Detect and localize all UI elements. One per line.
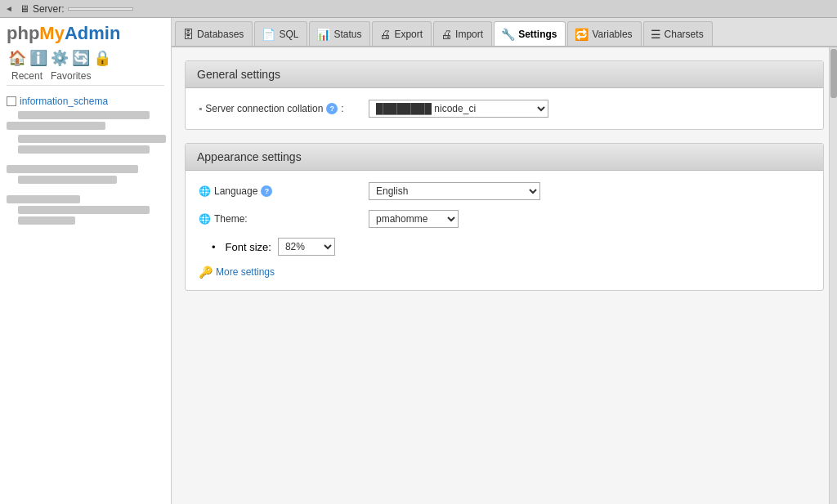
db-placeholder-8 <box>18 206 150 214</box>
appearance-settings-title: Appearance settings <box>186 144 823 171</box>
scrollbar-thumb[interactable] <box>830 49 837 98</box>
settings-tab-icon: 🔧 <box>501 28 515 41</box>
tab-export[interactable]: 🖨 Export <box>372 21 432 46</box>
collation-label-text: Server connection collation <box>205 103 323 114</box>
tab-settings[interactable]: 🔧 Settings <box>494 21 566 46</box>
db-icon <box>7 96 16 106</box>
theme-label-text: Theme: <box>214 213 248 225</box>
collation-row: ▪ Server connection collation ? : ██████… <box>199 100 810 118</box>
tab-charsets[interactable]: ☰ Charsets <box>643 21 713 46</box>
key-icon: 🔑 <box>199 265 213 279</box>
server-icon: 🖥 <box>20 3 29 15</box>
db-placeholder-9 <box>18 216 75 225</box>
db-name-information-schema[interactable]: information_schema <box>20 96 108 107</box>
import-tab-icon: 🖨 <box>441 28 452 41</box>
language-help-icon[interactable]: ? <box>261 185 272 197</box>
tab-sql[interactable]: 📄 SQL <box>254 21 307 46</box>
tab-databases[interactable]: 🗄 Databases <box>175 21 253 46</box>
export-tab-icon: 🖨 <box>379 28 391 41</box>
variables-tab-icon: 🔁 <box>575 28 589 41</box>
sidebar-db-list: information_schema <box>0 89 171 232</box>
server-label: 🖥 Server: <box>20 3 133 15</box>
collation-select[interactable]: ████████ nicode_ci <box>369 100 548 118</box>
info-icon[interactable]: ℹ️ <box>29 49 47 67</box>
general-settings-section: General settings ▪ Server connection col… <box>185 60 824 130</box>
recent-link[interactable]: Recent <box>11 70 43 82</box>
back-arrow[interactable]: ◄ <box>5 4 13 13</box>
theme-select[interactable]: pmahomme original <box>369 210 459 228</box>
logo: phpMyAdmin <box>7 23 164 44</box>
language-select[interactable]: English French German Spanish <box>369 182 540 200</box>
db-placeholder-4 <box>18 145 150 154</box>
exit-icon[interactable]: 🔒 <box>93 49 111 67</box>
favorites-link[interactable]: Favorites <box>51 70 91 82</box>
theme-row: 🌐 Theme: pmahomme original <box>199 210 810 228</box>
collation-icon: ▪ <box>199 103 202 114</box>
logo-icons: 🏠 ℹ️ ⚙️ 🔄 🔒 <box>7 49 164 67</box>
language-globe-icon: 🌐 <box>199 185 211 197</box>
db-placeholder-5 <box>7 165 138 173</box>
db-placeholder-2 <box>7 122 105 130</box>
logo-php: php <box>7 23 39 43</box>
main-layout: phpMyAdmin 🏠 ℹ️ ⚙️ 🔄 🔒 Recent Favorites … <box>0 18 837 504</box>
tab-status-label: Status <box>333 29 361 40</box>
collation-label: ▪ Server connection collation ? : <box>199 103 362 114</box>
db-placeholder-1 <box>18 111 150 119</box>
db-placeholder-3 <box>18 135 166 143</box>
fontsize-bullet: • <box>212 241 216 253</box>
gear-icon[interactable]: ⚙️ <box>51 49 69 67</box>
tab-variables[interactable]: 🔁 Variables <box>567 21 641 46</box>
tab-import[interactable]: 🖨 Import <box>433 21 492 46</box>
refresh-icon[interactable]: 🔄 <box>72 49 90 67</box>
fontsize-label-text: Font size: <box>226 241 271 253</box>
home-icon[interactable]: 🏠 <box>8 49 26 67</box>
collation-help-icon[interactable]: ? <box>326 103 338 114</box>
server-value <box>68 7 133 11</box>
tab-export-label: Export <box>394 29 423 40</box>
language-label-text: Language <box>214 185 257 197</box>
tab-databases-label: Databases <box>197 29 244 40</box>
collation-colon: : <box>341 103 343 114</box>
db-placeholder-6 <box>18 176 117 184</box>
content-body: General settings ▪ Server connection col… <box>172 47 837 504</box>
tab-import-label: Import <box>455 29 483 40</box>
scrollbar-track[interactable] <box>829 47 837 504</box>
sidebar: phpMyAdmin 🏠 ℹ️ ⚙️ 🔄 🔒 Recent Favorites … <box>0 18 172 504</box>
appearance-settings-content: 🌐 Language ? English French German Spani… <box>186 171 823 290</box>
content-area: 🗄 Databases 📄 SQL 📊 Status 🖨 Export 🖨 Im… <box>172 18 837 504</box>
logo-admin: Admin <box>65 23 120 43</box>
tab-charsets-label: Charsets <box>665 29 704 40</box>
sidebar-header: phpMyAdmin 🏠 ℹ️ ⚙️ 🔄 🔒 Recent Favorites <box>0 18 171 89</box>
top-bar: ◄ 🖥 Server: <box>0 0 837 18</box>
general-settings-content: ▪ Server connection collation ? : ██████… <box>186 88 823 129</box>
general-settings-title: General settings <box>186 61 823 88</box>
appearance-settings-section: Appearance settings 🌐 Language ? English… <box>185 143 824 291</box>
databases-tab-icon: 🗄 <box>182 28 194 41</box>
sidebar-nav: Recent Favorites <box>7 70 164 86</box>
db-placeholder-7 <box>7 195 80 203</box>
status-tab-icon: 📊 <box>316 28 330 41</box>
tab-settings-label: Settings <box>518 29 557 40</box>
language-label-container: 🌐 Language ? <box>199 185 362 197</box>
logo-my: My <box>39 23 65 43</box>
tab-status[interactable]: 📊 Status <box>309 21 370 46</box>
theme-label-container: 🌐 Theme: <box>199 213 362 225</box>
server-label-text: Server: <box>33 3 65 15</box>
fontsize-select[interactable]: 72% 82% 92% 100% <box>278 238 335 256</box>
more-settings-link[interactable]: 🔑 More settings <box>199 265 810 279</box>
fontsize-row: • Font size: 72% 82% 92% 100% <box>199 238 810 256</box>
db-item-information-schema[interactable]: information_schema <box>3 94 168 109</box>
more-settings-label: More settings <box>216 266 275 278</box>
charsets-tab-icon: ☰ <box>651 28 661 41</box>
tab-sql-label: SQL <box>279 29 298 40</box>
tab-variables-label: Variables <box>592 29 632 40</box>
logo-text: phpMyAdmin <box>7 23 120 44</box>
theme-icon: 🌐 <box>199 213 211 225</box>
language-row: 🌐 Language ? English French German Spani… <box>199 182 810 200</box>
sql-tab-icon: 📄 <box>262 28 275 41</box>
tab-bar: 🗄 Databases 📄 SQL 📊 Status 🖨 Export 🖨 Im… <box>172 18 837 47</box>
